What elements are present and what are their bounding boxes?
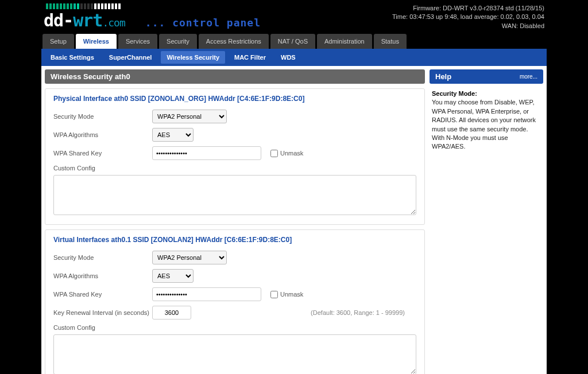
indicator-bar <box>67 3 69 9</box>
iface1-custom-config-textarea[interactable] <box>53 334 416 374</box>
sub-tab-superchannel[interactable]: SuperChannel <box>103 51 158 64</box>
indicator-bar <box>70 3 72 9</box>
iface1-unmask-wrap[interactable]: Unmask <box>270 291 303 298</box>
help-more-link[interactable]: more... <box>520 73 537 80</box>
iface1-wpa-alg-select[interactable]: AES <box>152 269 194 283</box>
iface1-custom-config-label: Custom Config <box>53 324 152 331</box>
control-panel-label: ... control panel <box>145 17 261 31</box>
iface1-unmask-label: Unmask <box>280 291 303 298</box>
main-tab-setup[interactable]: Setup <box>42 34 74 49</box>
indicator-bar <box>94 3 96 9</box>
indicator-bar <box>91 3 93 9</box>
firmware-text: Firmware: DD-WRT v3.0-r28374 std (11/28/… <box>392 4 544 13</box>
iface0-wpa-alg-select[interactable]: AES <box>152 128 194 142</box>
indicator-bar <box>105 3 107 9</box>
indicator-bar <box>84 3 86 9</box>
help-text: You may choose from Disable, WEP, WPA Pe… <box>432 99 536 150</box>
indicator-bar <box>60 3 62 9</box>
indicator-bar <box>111 3 114 9</box>
sub-tabs: Basic SettingsSuperChannelWireless Secur… <box>41 49 547 66</box>
iface0-security-mode-select[interactable]: WPA2 Personal <box>152 110 227 123</box>
iface0-wpa-key-input[interactable] <box>152 146 261 160</box>
help-bar: Help more... <box>430 69 543 84</box>
indicator-bar <box>108 3 110 9</box>
help-title: Help <box>435 72 451 81</box>
iface0-wpa-key-label: WPA Shared Key <box>53 150 152 157</box>
main-tab-administration[interactable]: Administration <box>317 34 372 49</box>
logo-block: dd-wrt.com ... control panel <box>44 3 261 30</box>
main-tab-wireless[interactable]: Wireless <box>76 34 117 49</box>
iface0-unmask-checkbox[interactable] <box>270 150 278 157</box>
help-heading: Security Mode: <box>432 90 477 97</box>
main-tab-security[interactable]: Security <box>159 34 197 49</box>
sub-tab-basic-settings[interactable]: Basic Settings <box>45 51 100 64</box>
iface0-custom-config-textarea[interactable] <box>53 175 416 215</box>
wan-text: WAN: Disabled <box>392 22 544 30</box>
indicator-bar <box>74 3 76 9</box>
iface1-unmask-checkbox[interactable] <box>270 291 278 298</box>
indicator-bar <box>46 3 48 9</box>
time-text: Time: 03:47:53 up 9:48, load average: 0.… <box>392 13 544 21</box>
iface0-unmask-label: Unmask <box>280 150 303 157</box>
indicator-bar <box>101 3 103 9</box>
main-tab-status[interactable]: Status <box>374 34 407 49</box>
logo-dd: dd- <box>44 10 73 30</box>
content-box: Basic SettingsSuperChannelWireless Secur… <box>41 49 547 374</box>
main-tab-nat-qos[interactable]: NAT / QoS <box>270 34 315 49</box>
logo-wrt: wrt <box>73 10 102 30</box>
sub-tab-mac-filter[interactable]: MAC Filter <box>229 51 272 64</box>
help-body: Security Mode: You may choose from Disab… <box>430 84 543 157</box>
panel-iface0: Physical Interface ath0 SSID [ZONOLAN_OR… <box>45 88 425 225</box>
iface1-security-mode-select[interactable]: WPA2 Personal <box>152 251 227 264</box>
iface1-wpa-alg-label: WPA Algorithms <box>53 272 152 279</box>
indicator-bar <box>56 3 59 9</box>
indicator-bar <box>63 3 65 9</box>
indicator-bar <box>53 3 55 9</box>
iface0-custom-config-label: Custom Config <box>53 165 152 172</box>
main-tab-services[interactable]: Services <box>118 34 157 49</box>
section-title: Wireless Security ath0 <box>45 69 425 84</box>
iface1-title: Virtual Interfaces ath0.1 SSID [ZONOLAN2… <box>53 236 416 244</box>
indicator-bar <box>77 3 79 9</box>
iface1-wpa-key-input[interactable] <box>152 287 261 301</box>
iface0-title: Physical Interface ath0 SSID [ZONOLAN_OR… <box>53 95 416 103</box>
iface1-security-mode-label: Security Mode <box>53 254 152 261</box>
indicator-bar <box>118 3 121 9</box>
iface1-wpa-key-label: WPA Shared Key <box>53 291 152 298</box>
main-tabs: SetupWirelessServicesSecurityAccess Rest… <box>41 34 547 49</box>
indicator-bar <box>87 3 90 9</box>
logo: dd-wrt.com ... control panel <box>44 10 261 30</box>
iface1-key-renewal-input[interactable] <box>152 306 191 320</box>
panel-iface1: Virtual Interfaces ath0.1 SSID [ZONOLAN2… <box>45 229 425 374</box>
indicator-bar <box>80 3 83 9</box>
logo-com: .com <box>102 17 125 29</box>
indicator-row <box>44 3 261 9</box>
indicator-bar <box>115 3 117 9</box>
sub-tab-wds[interactable]: WDS <box>275 51 301 64</box>
indicator-bar <box>49 3 52 9</box>
iface0-unmask-wrap[interactable]: Unmask <box>270 150 303 157</box>
iface0-security-mode-label: Security Mode <box>53 113 152 120</box>
sub-tab-wireless-security[interactable]: Wireless Security <box>161 51 225 64</box>
indicator-bar <box>98 3 100 9</box>
iface1-key-renewal-hint: (Default: 3600, Range: 1 - 99999) <box>311 309 416 316</box>
iface0-wpa-alg-label: WPA Algorithms <box>53 131 152 138</box>
status-block: Firmware: DD-WRT v3.0-r28374 std (11/28/… <box>392 4 544 30</box>
main-tab-access-restrictions[interactable]: Access Restrictions <box>199 34 269 49</box>
header: dd-wrt.com ... control panel Firmware: D… <box>41 3 547 34</box>
iface1-key-renewal-label: Key Renewal Interval (in seconds) <box>53 309 152 316</box>
